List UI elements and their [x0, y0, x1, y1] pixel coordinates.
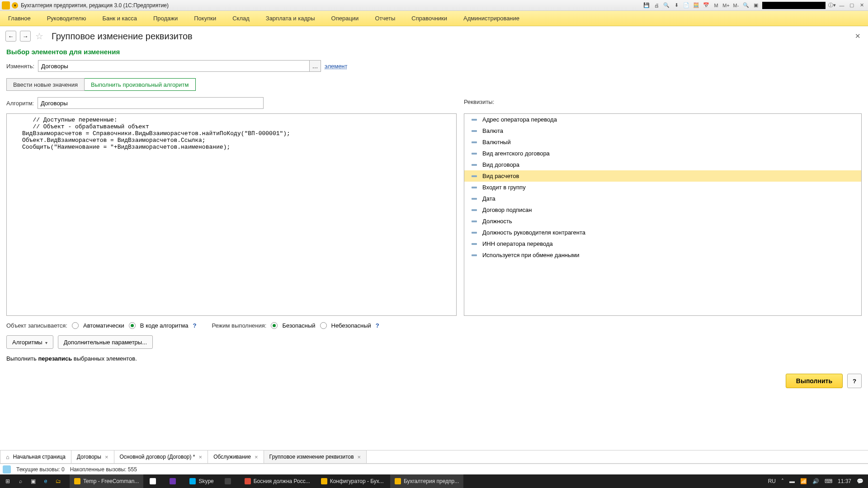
taskbar-app[interactable]: Бухгалтерия предпр...: [390, 474, 463, 488]
clock[interactable]: 11:37: [838, 478, 851, 484]
menu-item[interactable]: Справочники: [403, 11, 455, 26]
calc-icon[interactable]: 🧮: [693, 2, 700, 9]
zoom-icon[interactable]: 🔍: [742, 2, 750, 9]
element-link[interactable]: элемент: [325, 63, 347, 70]
menu-item[interactable]: Продажи: [145, 11, 186, 26]
help-icon[interactable]: ?: [376, 322, 379, 329]
close-page-icon[interactable]: ✕: [853, 30, 863, 42]
attr-item[interactable]: Валютный: [464, 136, 861, 148]
task-view-icon[interactable]: ▣: [29, 477, 37, 485]
attr-item[interactable]: Вид расчетов: [464, 170, 861, 182]
algo-input[interactable]: [38, 97, 264, 109]
lang-indicator[interactable]: RU: [768, 478, 776, 484]
menu-item[interactable]: Зарплата и кадры: [258, 11, 323, 26]
download-icon[interactable]: ⬇: [673, 2, 680, 9]
panels-icon[interactable]: ▣: [752, 2, 760, 9]
forward-button[interactable]: →: [20, 31, 31, 42]
keyboard-icon[interactable]: ⌨: [825, 478, 832, 484]
attr-item[interactable]: Вид агентского договора: [464, 148, 861, 159]
app-label: Босния должна Росс...: [254, 478, 310, 484]
exec-unsafe-radio[interactable]: [320, 322, 327, 329]
attr-item[interactable]: Дата: [464, 193, 861, 204]
battery-icon[interactable]: ▬: [789, 478, 795, 484]
menu-item[interactable]: Отчеты: [367, 11, 403, 26]
taskbar-app[interactable]: [220, 474, 238, 488]
menu-item[interactable]: Руководителю: [39, 11, 94, 26]
m-minus-icon[interactable]: M-: [732, 2, 740, 9]
restore-icon[interactable]: ▢: [848, 2, 855, 9]
close-icon[interactable]: ×: [255, 454, 258, 460]
taskbar-app[interactable]: Temp - FreeComman...: [70, 474, 143, 488]
app-dropdown-icon[interactable]: ▾: [12, 2, 18, 9]
calendar-icon[interactable]: 📅: [703, 2, 710, 9]
attr-item[interactable]: Используется при обмене данными: [464, 249, 861, 261]
start-icon[interactable]: ⊞: [4, 477, 12, 485]
taskbar-app[interactable]: Босния должна Росс...: [240, 474, 315, 488]
attr-item[interactable]: Входит в группу: [464, 182, 861, 193]
attr-item[interactable]: Вид договора: [464, 159, 861, 170]
attr-item[interactable]: ИНН оператора перевода: [464, 238, 861, 249]
window-title: Бухгалтерия предприятия, редакция 3.0 (1…: [21, 2, 643, 9]
save-auto-radio[interactable]: [72, 322, 79, 329]
m-icon[interactable]: M: [712, 2, 720, 9]
preview-icon[interactable]: 🔍: [663, 2, 670, 9]
explorer-icon[interactable]: 🗂: [54, 477, 62, 485]
attr-label: Валютный: [482, 139, 511, 145]
menu-item[interactable]: Банк и касса: [94, 11, 145, 26]
attr-item[interactable]: Валюта: [464, 125, 861, 136]
bottom-tab[interactable]: Обслуживание×: [208, 450, 264, 463]
code-editor[interactable]: // Доступные переменные: // Объект - обр…: [6, 113, 457, 316]
attrs-list[interactable]: Адрес оператора переводаВалютаВалютныйВи…: [464, 113, 862, 316]
edge-icon[interactable]: e: [42, 477, 50, 485]
tray-chevron-icon[interactable]: ˄: [781, 478, 784, 484]
tab-label: Обслуживание: [213, 454, 251, 460]
info-icon[interactable]: ⓘ▾: [828, 2, 835, 9]
m-plus-icon[interactable]: M+: [722, 2, 730, 9]
menu-item[interactable]: Операции: [323, 11, 367, 26]
tab-enter-values[interactable]: Ввести новые значения: [6, 78, 85, 91]
save-icon[interactable]: 💾: [643, 2, 650, 9]
section-title: Выбор элементов для изменения: [6, 48, 862, 56]
close-window-icon[interactable]: ✕: [858, 2, 865, 9]
execute-button[interactable]: Выполнить: [786, 374, 843, 388]
attr-item[interactable]: Должность руководителя контрагента: [464, 227, 861, 238]
save-inalgo-radio[interactable]: [129, 322, 136, 329]
close-icon[interactable]: ×: [105, 454, 108, 460]
menu-item[interactable]: Администрирование: [455, 11, 528, 26]
change-input[interactable]: [38, 60, 309, 72]
attr-icon: [472, 130, 477, 132]
volume-icon[interactable]: 🔊: [812, 478, 819, 484]
bottom-tab[interactable]: ⌂Начальная страница: [0, 450, 71, 463]
attr-item[interactable]: Должность: [464, 216, 861, 227]
exec-safe-radio[interactable]: [271, 322, 278, 329]
search-icon[interactable]: ⌕: [16, 477, 24, 485]
notifications-icon[interactable]: 💬: [857, 478, 863, 484]
algorithms-dropdown[interactable]: Алгоритмы: [6, 335, 53, 349]
bottom-tab[interactable]: Основной договор (Договор) *×: [114, 450, 208, 463]
attr-item[interactable]: Договор подписан: [464, 204, 861, 216]
menu-item[interactable]: Склад: [224, 11, 258, 26]
print-icon[interactable]: 🖨: [653, 2, 660, 9]
print2-icon[interactable]: 📄: [683, 2, 690, 9]
wifi-icon[interactable]: 📶: [800, 478, 807, 484]
change-select-button[interactable]: …: [309, 60, 321, 72]
help-icon[interactable]: ?: [193, 322, 196, 329]
back-button[interactable]: ←: [5, 31, 16, 42]
taskbar-app[interactable]: Конфигуратор - Бух...: [316, 474, 388, 488]
close-icon[interactable]: ×: [358, 454, 361, 460]
bottom-tab[interactable]: Договоры×: [71, 450, 114, 463]
minimize-icon[interactable]: —: [838, 2, 845, 9]
taskbar-app[interactable]: [165, 474, 183, 488]
help-button[interactable]: ?: [847, 374, 862, 388]
bottom-tab[interactable]: Групповое изменение реквизитов×: [264, 450, 367, 463]
menu-item[interactable]: Главное: [0, 11, 39, 26]
two-col: Алгоритм: // Доступные переменные: // Об…: [6, 91, 862, 316]
taskbar-app[interactable]: Skype: [185, 474, 218, 488]
attr-item[interactable]: Адрес оператора перевода: [464, 114, 861, 125]
close-icon[interactable]: ×: [199, 454, 203, 460]
taskbar-app[interactable]: [145, 474, 163, 488]
tab-run-algorithm[interactable]: Выполнить произвольный алгоритм: [85, 78, 195, 91]
extra-params-button[interactable]: Дополнительные параметры...: [58, 335, 153, 349]
menu-item[interactable]: Покупки: [186, 11, 224, 26]
favorite-icon[interactable]: ☆: [34, 31, 44, 41]
